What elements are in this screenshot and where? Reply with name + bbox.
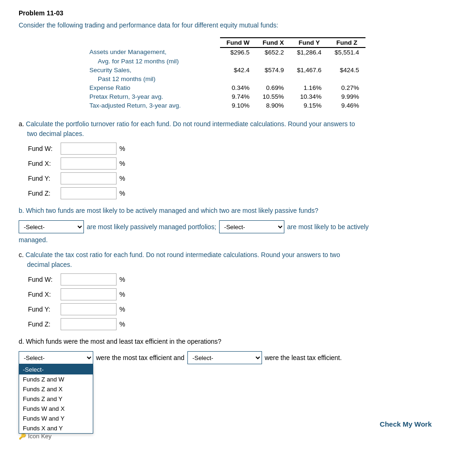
part-c-letter: c.: [19, 251, 26, 258]
row-label-assets: Assets under Management,: [90, 48, 220, 57]
col-header-fund-x: Fund X: [256, 38, 290, 48]
part-b-row: -Select- Funds Z and W Funds Z and X Fun…: [19, 220, 436, 233]
dd-item-zw[interactable]: Funds Z and W: [19, 374, 93, 384]
col-header-fund-y: Fund Y: [290, 38, 328, 48]
fund-w-unit-a: %: [119, 145, 125, 152]
row-label-pretax: Pretax Return, 3-year avg.: [90, 92, 220, 101]
fund-z-input-a[interactable]: [61, 187, 117, 199]
problem-title: Problem 11-03: [19, 9, 436, 17]
part-d-row: -Select- Funds Z and W Funds Z and X Fun…: [19, 351, 436, 364]
fund-w-input-a[interactable]: [61, 143, 117, 155]
part-d-dropdown1-open: -Select- Funds Z and W Funds Z and X Fun…: [19, 364, 93, 434]
fund-y-input-c[interactable]: [61, 303, 117, 315]
page-container: Problem 11-03 Consider the following tra…: [0, 0, 455, 458]
row-val-exp-x: 0.69%: [256, 83, 290, 92]
dd-item-zy[interactable]: Funds Z and Y: [19, 394, 93, 404]
fund-x-input-c[interactable]: [61, 288, 117, 300]
dd-item-wx[interactable]: Funds W and X: [19, 404, 93, 414]
table-row: Assets under Management, $296.5 $652.2 $…: [90, 48, 365, 57]
fund-x-input-a[interactable]: [61, 157, 117, 170]
row-label-taxadj: Tax-adjusted Return, 3-year avg.: [90, 101, 220, 110]
fund-z-label-a: Fund Z:: [28, 190, 61, 197]
row-val-pre-x: 10.55%: [256, 92, 290, 101]
part-d-label: d. Which funds were the most and least t…: [19, 337, 436, 347]
part-a-text2: two decimal places.: [27, 130, 84, 137]
fund-y-label-a: Fund Y:: [28, 175, 61, 182]
fund-y-unit-a: %: [119, 175, 125, 182]
part-a-text: Calculate the portfolio turnover ratio f…: [26, 120, 355, 128]
icon-key: 🔑 Icon Key: [19, 433, 436, 440]
row-val-tax-y: 9.15%: [290, 101, 328, 110]
check-my-work-button[interactable]: Check My Work: [380, 420, 432, 428]
fund-z-unit-c: %: [119, 320, 125, 328]
fund-y-input-a[interactable]: [61, 172, 117, 184]
part-c-text: Calculate the tax cost ratio for each fu…: [26, 251, 340, 258]
row-val-sec-y: $1,467.6: [290, 66, 328, 75]
fund-y-label-c: Fund Y:: [28, 306, 61, 313]
table-row: Tax-adjusted Return, 3-year avg. 9.10% 8…: [90, 101, 365, 110]
table-row-sub2: Past 12 months (mil): [90, 75, 365, 83]
fund-z-unit-a: %: [119, 190, 125, 197]
row-label-expense: Expense Ratio: [90, 83, 220, 92]
table-row: Security Sales, $42.4 $574.9 $1,467.6 $4…: [90, 66, 365, 75]
part-a-letter: a.: [19, 120, 26, 128]
dd-item-wy[interactable]: Funds W and Y: [19, 414, 93, 423]
part-c-label: c. Calculate the tax cost ratio for each…: [19, 250, 436, 270]
part-b-select2[interactable]: -Select- Funds Z and W Funds Z and X Fun…: [219, 220, 284, 233]
table-row: Pretax Return, 3-year avg. 9.74% 10.55% …: [90, 92, 365, 101]
row-val-tax-z: 9.46%: [328, 101, 366, 110]
fund-x-unit-c: %: [119, 291, 125, 298]
row-val-assets-w: $296.5: [220, 48, 256, 57]
row-val-assets-y: $1,286.4: [290, 48, 328, 57]
row-val-sec-w: $42.4: [220, 66, 256, 75]
part-d-select1[interactable]: -Select- Funds Z and W Funds Z and X Fun…: [19, 351, 93, 364]
col-header-fund-z: Fund Z: [328, 38, 366, 48]
row-label-security: Security Sales,: [90, 66, 220, 75]
table-row-sub1: Avg. for Past 12 months (mil): [90, 57, 365, 66]
part-a-label: a. Calculate the portfolio turnover rati…: [19, 119, 436, 139]
fund-y-input-row-a: Fund Y: %: [28, 172, 436, 184]
fund-w-input-c[interactable]: [61, 273, 117, 286]
intro-text: Consider the following trading and perfo…: [19, 21, 436, 29]
fund-x-label-c: Fund X:: [28, 291, 61, 298]
fund-w-label-c: Fund W:: [28, 276, 61, 283]
part-b-text: b. Which two funds are most likely to be…: [19, 207, 318, 214]
col-header-fund-w: Fund W: [220, 38, 256, 48]
row-val-pre-w: 9.74%: [220, 92, 256, 101]
part-b-select1[interactable]: -Select- Funds Z and W Funds Z and X Fun…: [19, 220, 84, 233]
dd-item-xy[interactable]: Funds X and Y: [19, 423, 93, 433]
dd-item-zx[interactable]: Funds Z and X: [19, 384, 93, 394]
col-header-empty: [90, 38, 220, 48]
part-d-text: Which funds were the most and least tax …: [26, 338, 221, 345]
row-val-pre-y: 10.34%: [290, 92, 328, 101]
part-b-passive-text: are most likely passively managed portfo…: [87, 223, 216, 231]
fund-z-input-c[interactable]: [61, 318, 117, 330]
fund-z-input-row-c: Fund Z: %: [28, 318, 436, 330]
table-row: Expense Ratio 0.34% 0.69% 1.16% 0.27%: [90, 83, 365, 92]
row-val-exp-y: 1.16%: [290, 83, 328, 92]
fund-y-input-row-c: Fund Y: %: [28, 303, 436, 315]
part-b-active-text: are most likely to be actively: [287, 223, 369, 231]
fund-y-unit-c: %: [119, 306, 125, 313]
fund-w-label-a: Fund W:: [28, 145, 61, 152]
part-d-select2[interactable]: -Select- Funds Z and W Funds Z and X Fun…: [187, 351, 262, 364]
fund-w-input-row-a: Fund W: %: [28, 143, 436, 155]
row-val-tax-x: 8.90%: [256, 101, 290, 110]
fund-x-label-a: Fund X:: [28, 160, 61, 167]
row-val-pre-z: 9.99%: [328, 92, 366, 101]
row-val-sec-x: $574.9: [256, 66, 290, 75]
row-val-assets-z: $5,551.4: [328, 48, 366, 57]
row-val-exp-w: 0.34%: [220, 83, 256, 92]
fund-x-unit-a: %: [119, 160, 125, 167]
fund-x-input-row-a: Fund X: %: [28, 157, 436, 170]
part-b-active-text2: managed.: [19, 236, 48, 244]
part-d-letter: d.: [19, 338, 26, 345]
fund-w-input-row-c: Fund W: %: [28, 273, 436, 286]
row-val-sec-z: $424.5: [328, 66, 366, 75]
row-val-tax-w: 9.10%: [220, 101, 256, 110]
key-icon: 🔑: [19, 433, 26, 440]
dd-item-select[interactable]: -Select-: [19, 365, 93, 374]
part-c-text2: decimal places.: [27, 261, 72, 268]
part-d-least-text: were the least tax efficient.: [265, 354, 342, 361]
fund-w-unit-c: %: [119, 276, 125, 283]
